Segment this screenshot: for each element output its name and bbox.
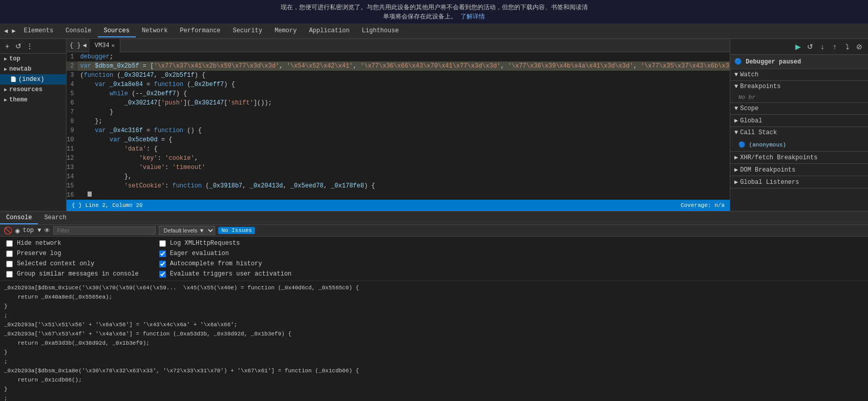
top-section: + ↺ ⋮ ▶ top ▶ newtab 📄 (index) ▶ resourc… bbox=[0, 39, 868, 212]
selected-context-checkbox[interactable] bbox=[6, 261, 13, 267]
tab-arrow-left[interactable]: ◀ bbox=[83, 41, 87, 49]
incognito-line1: 现在，您便可进行私密浏览了。与您共用此设备的其他用户将不会看到您的活动，但您的下… bbox=[0, 3, 868, 12]
sidebar-new-file-btn[interactable]: + bbox=[2, 41, 12, 51]
group-similar-checkbox[interactable] bbox=[6, 271, 13, 278]
eval-triggers-checkbox[interactable] bbox=[159, 271, 166, 278]
console-filter-input[interactable] bbox=[53, 226, 156, 235]
file-icon: 📄 bbox=[10, 76, 16, 82]
code-lines: 1 debugger; 2 var $dbsm_0x2b5f = ['\x77\… bbox=[67, 52, 730, 200]
console-level-select[interactable]: Default levels ▼ bbox=[159, 226, 215, 235]
code-line-7: 7 } bbox=[67, 108, 730, 117]
code-line-16: 16 bbox=[67, 191, 730, 200]
log-icon: ◉ bbox=[15, 226, 19, 235]
call-stack-section-header[interactable]: ▼ Call Stack bbox=[730, 127, 868, 138]
close-tab-icon[interactable]: ✕ bbox=[112, 43, 115, 49]
step-out-btn[interactable]: ↑ bbox=[829, 41, 840, 52]
global-section-header[interactable]: ▶ Global bbox=[730, 115, 868, 126]
tab-elements[interactable]: Elements bbox=[17, 25, 59, 37]
step-into-btn[interactable]: ↓ bbox=[817, 41, 828, 52]
bottom-tab-console[interactable]: Console bbox=[0, 212, 38, 224]
status-position: { } Line 2, Column 20 bbox=[72, 202, 143, 208]
code-line-1: 1 debugger; bbox=[67, 52, 730, 61]
autocomplete-checkbox[interactable] bbox=[159, 261, 166, 267]
devtools-tab-bar: ◀ ▶ Elements Console Sources Network Per… bbox=[0, 24, 868, 39]
tab-nav-prev[interactable]: ◀ bbox=[2, 27, 10, 35]
sidebar-item-newtab[interactable]: ▶ newtab bbox=[0, 64, 66, 74]
learn-more-link[interactable]: 了解详情 bbox=[460, 13, 485, 20]
call-stack-item[interactable]: 🔵 (anonymous) bbox=[738, 140, 860, 149]
console-line: _0x2b293a[$dbsm_0x1uce('\x30(\x70(\x59(\… bbox=[4, 283, 864, 292]
console-output[interactable]: _0x2b293a[$dbsm_0x1uce('\x30(\x70(\x59(\… bbox=[0, 281, 868, 401]
debugger-panel: ▶ ↺ ↓ ↑ ⤵ ⊘ 🔵 Debugger paused ▼ Watch bbox=[730, 39, 868, 211]
bottom-tab-bar: Console Search bbox=[0, 212, 868, 225]
tab-application[interactable]: Application bbox=[303, 25, 355, 37]
console-line: _0x2b293a[$dbsm_0x1a8e('\x30\x78\x32\x63… bbox=[4, 366, 864, 375]
tab-memory[interactable]: Memory bbox=[268, 25, 303, 37]
call-stack-section: ▼ Call Stack 🔵 (anonymous) bbox=[730, 127, 868, 152]
coverage-info: Coverage: n/a bbox=[681, 202, 725, 208]
console-clear-btn[interactable]: 🚫 bbox=[3, 226, 12, 235]
scope-section-header[interactable]: ▼ Scope bbox=[730, 103, 868, 114]
chevron-right-icon-gl: ▶ bbox=[734, 178, 738, 186]
debugger-paused-label: 🔵 Debugger paused bbox=[730, 55, 868, 69]
watch-section-header[interactable]: ▼ Watch bbox=[730, 69, 868, 80]
tab-performance[interactable]: Performance bbox=[174, 25, 226, 37]
code-line-4: 4 var _0x1a8e84 = function (_0x2beff7) { bbox=[67, 80, 730, 89]
breakpoints-section-header[interactable]: ▼ Breakpoints bbox=[730, 81, 868, 92]
tab-network[interactable]: Network bbox=[136, 25, 174, 37]
preserve-log-checkbox[interactable] bbox=[6, 250, 13, 257]
hide-network-label: Hide network bbox=[17, 240, 61, 247]
console-line: ; bbox=[4, 311, 864, 320]
group-similar-label: Group similar messages in console bbox=[17, 270, 139, 278]
tab-security[interactable]: Security bbox=[227, 25, 269, 37]
chevron-right-icon-dom: ▶ bbox=[734, 166, 738, 174]
code-line-13: 13 'value': 'timeout' bbox=[67, 163, 730, 172]
global-listeners-header[interactable]: ▶ Global Listeners bbox=[730, 176, 868, 188]
file-sidebar: + ↺ ⋮ ▶ top ▶ newtab 📄 (index) ▶ resourc… bbox=[0, 39, 67, 211]
tab-sources[interactable]: Sources bbox=[98, 25, 136, 37]
bottom-section: Console Search 🚫 ◉ top ▼ 👁 Default level… bbox=[0, 212, 868, 401]
eval-triggers-label: Evaluate triggers user activation bbox=[170, 270, 292, 278]
console-line: _0x2b293a['\x67\x53\x4f' + '\x4a\x6a'] =… bbox=[4, 329, 864, 339]
sidebar-item-resources[interactable]: ▶ resources bbox=[0, 85, 66, 95]
code-line-3: 3 (function (_0x302147, _0x2b5f1f) { bbox=[67, 71, 730, 80]
watch-section: ▼ Watch bbox=[730, 69, 868, 81]
step-over-btn[interactable]: ↺ bbox=[805, 41, 816, 52]
xhr-breakpoints-header[interactable]: ▶ XHR/fetch Breakpoints bbox=[730, 152, 868, 163]
dom-breakpoints-header[interactable]: ▶ DOM Breakpoints bbox=[730, 164, 868, 176]
sidebar-item-index[interactable]: 📄 (index) bbox=[0, 74, 66, 85]
sidebar-refresh-btn[interactable]: ↺ bbox=[13, 41, 24, 51]
code-line-10: 10 var _0x5ceb0d = { bbox=[67, 135, 730, 144]
hide-network-checkbox[interactable] bbox=[6, 240, 13, 247]
sidebar-item-top[interactable]: ▶ top bbox=[0, 54, 66, 64]
bottom-tab-search[interactable]: Search bbox=[38, 212, 72, 224]
setting-group-similar: Group similar messages in console bbox=[6, 270, 139, 278]
resume-btn[interactable]: ▶ bbox=[792, 41, 803, 52]
settings-left-col: Hide network Preserve log Selected conte… bbox=[6, 240, 139, 278]
chevron-right-icon-global: ▶ bbox=[734, 117, 738, 124]
sidebar-more-btn[interactable]: ⋮ bbox=[25, 41, 35, 51]
scope-section: ▼ Scope bbox=[730, 103, 868, 115]
code-line-8: 8 }; bbox=[67, 117, 730, 126]
tab-nav-next[interactable]: ▶ bbox=[10, 27, 17, 35]
code-tab-vm34[interactable]: VM34 ✕ bbox=[90, 39, 120, 52]
breakpoints-section: ▼ Breakpoints No br bbox=[730, 81, 868, 103]
tab-console[interactable]: Console bbox=[59, 25, 97, 37]
eye-icon: 👁 bbox=[44, 227, 50, 235]
setting-selected-context: Selected context only bbox=[6, 260, 139, 267]
console-settings: Hide network Preserve log Selected conte… bbox=[0, 237, 868, 281]
chevron-down-icon-4: ▼ bbox=[734, 129, 738, 136]
code-line-5: 5 while (--_0x2beff7) { bbox=[67, 89, 730, 98]
eager-eval-checkbox[interactable] bbox=[159, 250, 166, 257]
breakpoints-content: No br bbox=[730, 92, 868, 102]
tab-lighthouse[interactable]: Lighthouse bbox=[356, 25, 405, 37]
code-line-14: 14 }, bbox=[67, 172, 730, 181]
chevron-right-icon: ▶ bbox=[4, 56, 7, 62]
code-line-12: 12 'key': 'cookie', bbox=[67, 154, 730, 163]
sidebar-item-theme[interactable]: ▶ theme bbox=[0, 95, 66, 105]
deactivate-btn[interactable]: ⊘ bbox=[854, 41, 865, 52]
code-content[interactable]: 1 debugger; 2 var $dbsm_0x2b5f = ['\x77\… bbox=[67, 52, 730, 200]
step-btn[interactable]: ⤵ bbox=[841, 41, 853, 52]
log-xhr-checkbox[interactable] bbox=[159, 240, 166, 247]
code-line-6: 6 _0x302147['push'](_0x302147['shift']()… bbox=[67, 98, 730, 108]
